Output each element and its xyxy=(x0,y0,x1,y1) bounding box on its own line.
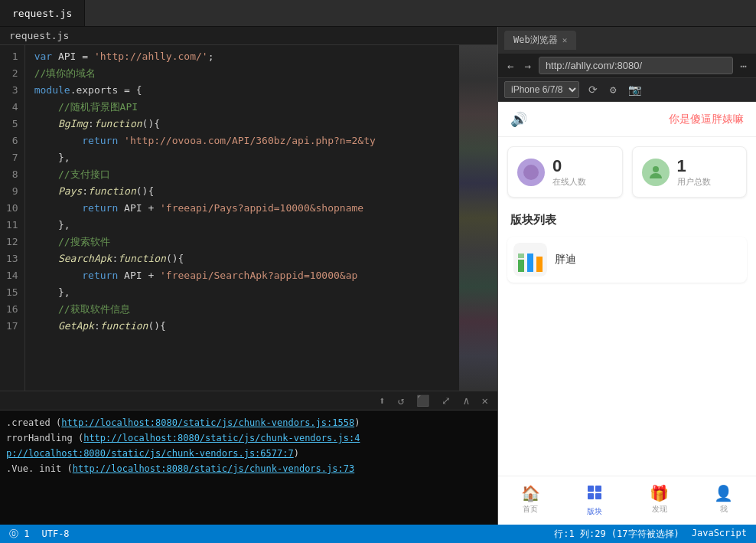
mobile-bottom-nav: 🏠 首页 版块 xyxy=(498,476,756,525)
mobile-content: 🔊 你是傻逼胖婊嘛 0 在线人数 xyxy=(498,102,756,525)
discover-icon: 🎁 xyxy=(650,484,669,502)
svg-rect-8 xyxy=(595,486,601,492)
terminal-stop-btn[interactable]: ⬛ xyxy=(413,393,432,408)
terminal-line-1: .created (http://localhost:8080/static/j… xyxy=(6,415,491,430)
nav-profile[interactable]: 👤 我 xyxy=(692,481,756,520)
online-stat-info: 0 在线人数 xyxy=(552,156,586,188)
terminal-content: .created (http://localhost:8080/static/j… xyxy=(0,411,497,525)
browser-url-input[interactable] xyxy=(539,57,733,74)
users-label: 用户总数 xyxy=(677,176,711,188)
terminal-line-4: .Vue. init (http://localhost:8080/static… xyxy=(6,461,491,476)
terminal-up-btn[interactable]: ∧ xyxy=(460,393,472,408)
browser-tab-label: Web浏览器 xyxy=(513,34,558,47)
forums-icon xyxy=(586,484,603,505)
terminal-line-2: rrorHandling (http://localhost:8080/stat… xyxy=(6,430,491,446)
online-icon xyxy=(517,159,545,186)
svg-point-0 xyxy=(523,165,539,180)
nav-forums-label: 版块 xyxy=(587,506,602,517)
online-count: 0 xyxy=(552,156,586,176)
browser-settings-btn[interactable]: ⚙ xyxy=(607,82,619,97)
browser-tab[interactable]: Web浏览器 ✕ xyxy=(504,31,576,50)
minimap xyxy=(459,45,497,391)
browser-viewport: 🔊 你是傻逼胖婊嘛 0 在线人数 xyxy=(498,102,756,525)
browser-toolbar: ← → ⋯ xyxy=(498,54,756,78)
status-bar: ⓪ 1 UTF-8 行:1 列:29 (17字符被选择) JavaScript xyxy=(0,525,756,543)
svg-rect-6 xyxy=(518,254,524,258)
speaker-icon: 🔊 xyxy=(510,111,527,127)
status-position: 行:1 列:29 (17字符被选择) xyxy=(554,528,679,541)
nav-discover[interactable]: 🎁 发现 xyxy=(627,481,692,520)
code-editor[interactable]: var API = 'http://ahlly.com/'; //填你的域名 m… xyxy=(25,45,459,391)
terminal-expand-btn[interactable]: ⤢ xyxy=(438,393,454,408)
tab-label: request.js xyxy=(12,8,72,19)
svg-rect-4 xyxy=(527,254,533,272)
mobile-header: 🔊 你是傻逼胖婊嘛 xyxy=(498,102,756,137)
browser-forward-btn[interactable]: → xyxy=(521,58,533,74)
mobile-stats: 0 在线人数 1 用户总数 xyxy=(498,137,756,207)
home-icon: 🏠 xyxy=(521,484,540,502)
line-numbers: 12345 678910 1112131415 1617 xyxy=(0,45,25,391)
browser-device-bar: iPhone 6/7/8 ⟳ ⚙ 📷 xyxy=(498,78,756,102)
stat-card-users: 1 用户总数 xyxy=(632,146,748,198)
nav-profile-label: 我 xyxy=(720,504,728,515)
forum-list: 胖迪 xyxy=(498,231,756,289)
terminal-area: ⬆ ↺ ⬛ ⤢ ∧ ✕ .created (http://localhost:8… xyxy=(0,391,497,525)
svg-point-1 xyxy=(653,166,659,172)
nav-home-label: 首页 xyxy=(523,504,538,515)
stat-card-online: 0 在线人数 xyxy=(507,146,623,198)
forum-logo xyxy=(513,243,547,276)
status-bar-right: 行:1 列:29 (17字符被选择) JavaScript xyxy=(554,528,747,541)
browser-back-btn[interactable]: ← xyxy=(504,58,516,74)
status-encoding: UTF-8 xyxy=(41,528,69,539)
tab-bar: request.js xyxy=(0,0,756,27)
device-selector[interactable]: iPhone 6/7/8 xyxy=(504,81,579,98)
svg-rect-10 xyxy=(595,493,601,499)
users-stat-info: 1 用户总数 xyxy=(677,156,711,188)
status-errors: ⓪ 1 xyxy=(9,528,29,541)
terminal-refresh-btn[interactable]: ↺ xyxy=(395,393,407,408)
terminal-line-3: p://localhost:8080/static/js/chunk-vendo… xyxy=(6,446,491,461)
editor-area: request.js 12345 678910 1112131415 1617 … xyxy=(0,27,497,525)
browser-tab-close[interactable]: ✕ xyxy=(562,35,568,45)
tab-request-js[interactable]: request.js xyxy=(0,0,85,26)
users-icon xyxy=(642,159,670,186)
terminal-link-4[interactable]: http://localhost:8080/static/js/chunk-ve… xyxy=(73,463,354,474)
terminal-upload-btn[interactable]: ⬆ xyxy=(376,393,388,408)
terminal-link-2[interactable]: http://localhost:8080/static/js/chunk-ve… xyxy=(83,433,360,443)
mobile-greeting: 你是傻逼胖婊嘛 xyxy=(669,113,744,126)
terminal-link-3[interactable]: p://localhost:8080/static/js/chunk-vendo… xyxy=(6,448,294,459)
terminal-close-btn[interactable]: ✕ xyxy=(479,393,491,408)
main-area: request.js 12345 678910 1112131415 1617 … xyxy=(0,27,756,525)
editor-filename: request.js xyxy=(0,27,497,45)
svg-rect-5 xyxy=(536,257,543,272)
terminal-toolbar: ⬆ ↺ ⬛ ⤢ ∧ ✕ xyxy=(0,391,497,411)
browser-panel: Web浏览器 ✕ ← → ⋯ iPhone 6/7/8 ⟳ ⚙ 📷 🔊 你是傻逼… xyxy=(497,27,756,525)
nav-home[interactable]: 🏠 首页 xyxy=(498,481,562,520)
online-label: 在线人数 xyxy=(552,176,586,188)
browser-more-btn[interactable]: ⋯ xyxy=(738,58,750,74)
forum-item[interactable]: 胖迪 xyxy=(507,237,747,283)
users-count: 1 xyxy=(677,156,711,176)
browser-tab-bar: Web浏览器 ✕ xyxy=(498,27,756,54)
svg-rect-9 xyxy=(588,493,594,499)
profile-icon: 👤 xyxy=(714,484,733,502)
nav-forums[interactable]: 版块 xyxy=(562,481,627,520)
editor-body: 12345 678910 1112131415 1617 var API = '… xyxy=(0,45,497,391)
browser-capture-btn[interactable]: 📷 xyxy=(625,82,644,97)
browser-rotate-btn[interactable]: ⟳ xyxy=(585,82,601,97)
svg-rect-7 xyxy=(588,486,594,492)
nav-discover-label: 发现 xyxy=(652,504,667,515)
terminal-link-1[interactable]: http://localhost:8080/static/js/chunk-ve… xyxy=(61,417,354,428)
svg-rect-3 xyxy=(518,260,524,272)
status-language: JavaScript xyxy=(692,528,747,541)
section-title: 版块列表 xyxy=(498,207,756,231)
forum-name: 胖迪 xyxy=(555,253,576,267)
